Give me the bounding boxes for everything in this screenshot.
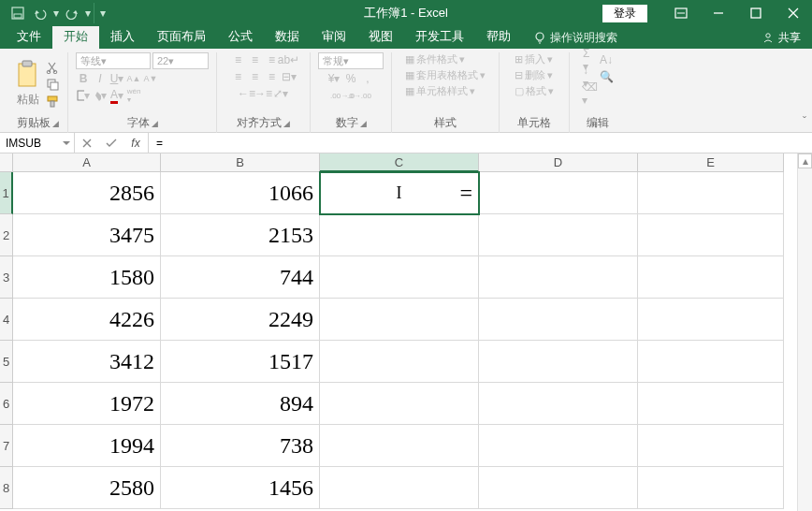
increase-indent-icon[interactable]: →≡ <box>256 86 271 101</box>
row-header-7[interactable]: 7 <box>0 425 13 467</box>
cell-E2[interactable] <box>638 214 784 256</box>
tab-developer[interactable]: 开发工具 <box>404 24 475 49</box>
find-select-icon[interactable]: 🔍 <box>599 69 614 84</box>
sort-filter-icon[interactable]: A↓ <box>599 52 614 67</box>
cell-B4[interactable]: 2249 <box>161 299 320 341</box>
cell-C6[interactable] <box>320 383 479 425</box>
tab-file[interactable]: 文件 <box>6 24 52 49</box>
cell-C7[interactable] <box>320 425 479 467</box>
ribbon-display-options-icon[interactable] <box>662 0 700 26</box>
column-header-B[interactable]: B <box>161 153 320 172</box>
cell-E7[interactable] <box>638 425 784 467</box>
cell-E6[interactable] <box>638 383 784 425</box>
cell-C3[interactable] <box>320 256 479 299</box>
row-header-1[interactable]: 1 <box>0 172 13 214</box>
redo-dropdown-icon[interactable]: ▾ <box>84 3 92 23</box>
align-middle-icon[interactable]: ≡ <box>248 52 263 67</box>
tab-insert[interactable]: 插入 <box>99 24 146 49</box>
tab-formulas[interactable]: 公式 <box>217 24 264 49</box>
undo-icon[interactable] <box>30 3 51 23</box>
font-color-icon[interactable]: A▾ <box>109 88 124 103</box>
font-size-combo[interactable]: 22 ▾ <box>152 52 209 69</box>
save-icon[interactable] <box>7 3 28 23</box>
cell-E8[interactable] <box>638 467 784 509</box>
redo-icon[interactable] <box>62 3 82 23</box>
format-as-table-button[interactable]: ▦ 套用表格格式 ▾ <box>405 68 486 82</box>
insert-cells-button[interactable]: ⊞ 插入 ▾ <box>515 52 553 66</box>
tab-data[interactable]: 数据 <box>264 24 311 49</box>
cell-C8[interactable] <box>320 467 479 509</box>
currency-icon[interactable]: ¥▾ <box>326 71 341 86</box>
italic-icon[interactable]: I <box>93 71 108 86</box>
orientation-icon[interactable]: ⤢▾ <box>273 86 288 101</box>
select-all-corner[interactable] <box>0 153 13 172</box>
tab-view[interactable]: 视图 <box>357 24 404 49</box>
comma-icon[interactable]: , <box>360 71 375 86</box>
copy-icon[interactable] <box>45 77 60 92</box>
cell-D2[interactable] <box>479 214 638 256</box>
tell-me-search[interactable]: 操作说明搜索 <box>522 26 629 49</box>
percent-icon[interactable]: % <box>343 71 358 86</box>
cells-area[interactable]: 28561066=I347521531580744422622493412151… <box>13 172 784 509</box>
cell-C1[interactable]: =I <box>320 172 479 214</box>
decrease-indent-icon[interactable]: ←≡ <box>239 86 254 101</box>
border-icon[interactable]: ▾ <box>76 88 91 103</box>
cell-A6[interactable]: 1972 <box>13 383 161 425</box>
alignment-launcher-icon[interactable]: ◢ <box>283 119 290 128</box>
cancel-formula-icon[interactable] <box>75 133 99 153</box>
scroll-up-icon[interactable]: ▴ <box>798 153 812 168</box>
font-name-combo[interactable]: 等线 ▾ <box>76 52 151 69</box>
cell-E1[interactable] <box>638 172 784 214</box>
row-header-2[interactable]: 2 <box>0 214 13 256</box>
cell-D5[interactable] <box>479 341 638 383</box>
share-button[interactable]: 共享 <box>750 26 812 49</box>
name-box[interactable]: IMSUB <box>0 133 75 153</box>
row-header-6[interactable]: 6 <box>0 383 13 425</box>
cell-B8[interactable]: 1456 <box>161 467 320 509</box>
cell-D1[interactable] <box>479 172 638 214</box>
delete-cells-button[interactable]: ⊟ 删除 ▾ <box>515 68 553 82</box>
row-header-4[interactable]: 4 <box>0 299 13 341</box>
minimize-icon[interactable] <box>700 0 737 26</box>
conditional-formatting-button[interactable]: ▦ 条件格式 ▾ <box>405 52 465 66</box>
column-header-D[interactable]: D <box>479 153 638 172</box>
cell-D8[interactable] <box>479 467 638 509</box>
cell-E5[interactable] <box>638 341 784 383</box>
format-cells-button[interactable]: ▢ 格式 ▾ <box>515 84 554 98</box>
align-top-icon[interactable]: ≡ <box>231 52 246 67</box>
cell-B7[interactable]: 738 <box>161 425 320 467</box>
cut-icon[interactable] <box>45 60 60 75</box>
cell-styles-button[interactable]: ▦ 单元格样式 ▾ <box>405 84 475 98</box>
cell-A2[interactable]: 3475 <box>13 214 161 256</box>
cell-E4[interactable] <box>638 299 784 341</box>
underline-icon[interactable]: U ▾ <box>109 71 124 86</box>
merge-center-icon[interactable]: ⊟▾ <box>282 69 297 84</box>
undo-dropdown-icon[interactable]: ▾ <box>52 3 60 23</box>
phonetic-icon[interactable]: wén ▾ <box>126 88 141 103</box>
maximize-icon[interactable] <box>737 0 775 26</box>
vertical-scrollbar[interactable]: ▴ <box>797 153 812 511</box>
number-format-combo[interactable]: 常规 ▾ <box>318 52 384 69</box>
qat-customize-icon[interactable]: ▾ <box>94 3 107 23</box>
collapse-ribbon-icon[interactable]: ˇ <box>803 115 806 128</box>
tab-pagelayout[interactable]: 页面布局 <box>146 24 217 49</box>
formula-input[interactable]: = <box>149 137 812 150</box>
number-launcher-icon[interactable]: ◢ <box>360 119 367 128</box>
cell-C5[interactable] <box>320 341 479 383</box>
cell-E3[interactable] <box>638 256 784 299</box>
cell-B2[interactable]: 2153 <box>161 214 320 256</box>
cell-A8[interactable]: 2580 <box>13 467 161 509</box>
decrease-font-icon[interactable]: A▼ <box>143 71 158 86</box>
align-left-icon[interactable]: ≡ <box>231 69 246 84</box>
cell-D4[interactable] <box>479 299 638 341</box>
cell-C2[interactable] <box>320 214 479 256</box>
close-icon[interactable] <box>775 0 812 26</box>
row-header-8[interactable]: 8 <box>0 467 13 509</box>
increase-font-icon[interactable]: A▲ <box>126 71 141 86</box>
clear-icon[interactable]: ⌫ ▾ <box>582 86 597 101</box>
insert-function-icon[interactable]: fx <box>123 133 148 153</box>
enter-formula-icon[interactable] <box>99 133 123 153</box>
bold-icon[interactable]: B <box>76 71 91 86</box>
row-header-3[interactable]: 3 <box>0 256 13 299</box>
clipboard-launcher-icon[interactable]: ◢ <box>52 119 59 128</box>
